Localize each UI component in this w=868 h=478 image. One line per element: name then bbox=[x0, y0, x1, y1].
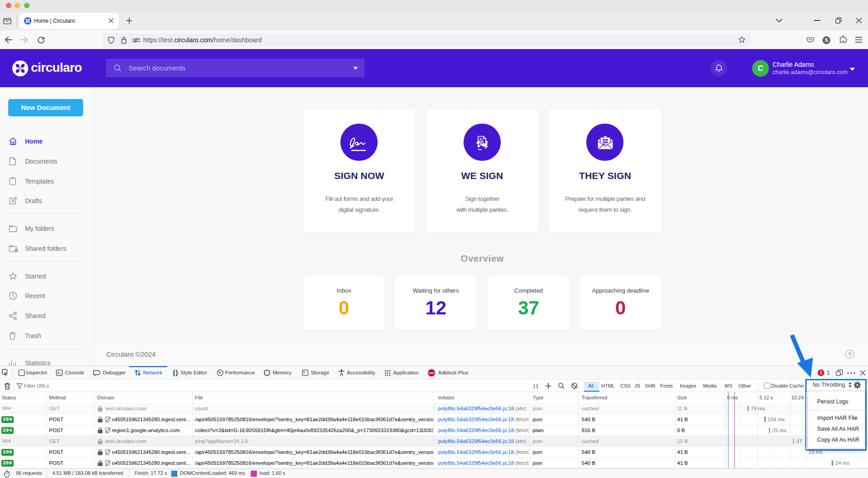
svg-text:ABP: ABP bbox=[429, 372, 434, 374]
